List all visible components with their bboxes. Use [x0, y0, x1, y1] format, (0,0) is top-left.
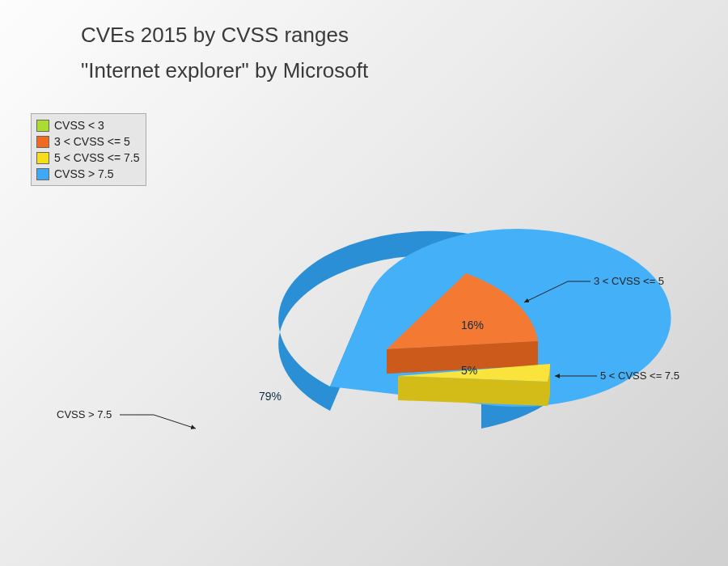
- callout-yellow: 5 < CVSS <= 7.5: [600, 370, 679, 382]
- callout-orange: 3 < CVSS <= 5: [594, 275, 664, 287]
- chart-container: CVEs 2015 by CVSS ranges "Internet explo…: [0, 0, 728, 566]
- pct-label-orange: 16%: [461, 319, 484, 332]
- callout-blue: CVSS > 7.5: [57, 408, 112, 420]
- callout-line: [120, 415, 196, 429]
- pct-label-blue: 79%: [259, 390, 281, 403]
- pct-label-yellow: 5%: [461, 364, 477, 377]
